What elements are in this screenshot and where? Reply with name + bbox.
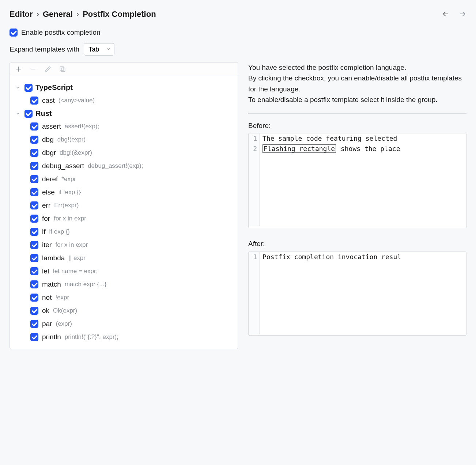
template-description: let name = expr;	[53, 268, 98, 275]
template-item-cast[interactable]: cast(<any>value)	[29, 94, 235, 107]
chevron-down-icon[interactable]	[14, 85, 22, 90]
template-checkbox[interactable]	[30, 201, 38, 209]
expand-templates-select[interactable]: Tab	[84, 43, 114, 56]
line-number: 1	[249, 133, 260, 144]
template-item-deref[interactable]: deref*expr	[29, 173, 235, 186]
template-description: (<any>value)	[58, 97, 95, 104]
template-item-err[interactable]: errErr(expr)	[29, 199, 235, 212]
template-description: println!("{:?}", expr);	[65, 333, 118, 341]
template-name: dbgr	[42, 149, 56, 157]
flashing-rectangle: Flashing rectangle	[262, 144, 336, 153]
line-number: 1	[249, 252, 260, 262]
info-line-2: By clicking the checkbox, you can enable…	[248, 73, 466, 94]
template-description: (expr)	[56, 320, 72, 328]
template-name: dbg	[42, 136, 54, 144]
remove-icon[interactable]	[30, 65, 37, 73]
template-item-par[interactable]: par(expr)	[29, 317, 235, 330]
template-name: debug_assert	[42, 162, 84, 170]
crumb-editor[interactable]: Editor	[10, 10, 33, 19]
nav-back-icon[interactable]	[442, 10, 450, 19]
template-checkbox[interactable]	[30, 149, 38, 157]
template-item-iter[interactable]: iterfor x in expr	[29, 238, 235, 252]
template-description: *expr	[61, 175, 76, 183]
code-line: Flashing rectangle shows the place	[260, 144, 400, 154]
template-checkbox[interactable]	[30, 162, 38, 170]
language-row-rust[interactable]: Rust	[13, 107, 235, 120]
template-description: || expr	[68, 254, 86, 262]
template-item-println[interactable]: printlnprintln!("{:?}", expr);	[29, 330, 235, 344]
template-description: !expr	[55, 294, 69, 301]
template-checkbox[interactable]	[30, 175, 38, 183]
language-row-typescript[interactable]: TypeScript	[13, 81, 235, 94]
template-checkbox[interactable]	[30, 333, 38, 341]
template-checkbox[interactable]	[30, 97, 38, 105]
info-line-3: To enable/disable a postfix template sel…	[248, 94, 466, 105]
template-checkbox[interactable]	[30, 294, 38, 302]
template-item-not[interactable]: not!expr	[29, 291, 235, 304]
template-name: par	[42, 320, 52, 328]
template-item-debug_assert[interactable]: debug_assertdebug_assert!(exp);	[29, 159, 235, 173]
template-description: dbg!(expr)	[57, 136, 86, 143]
template-checkbox[interactable]	[30, 228, 38, 236]
crumb-general[interactable]: General	[43, 10, 73, 19]
template-item-assert[interactable]: assertassert!(exp);	[29, 120, 235, 133]
chevron-right-icon: ›	[37, 10, 39, 19]
template-name: deref	[42, 175, 58, 183]
template-item-else[interactable]: elseif !exp {}	[29, 186, 235, 199]
divider	[248, 113, 466, 114]
template-checkbox[interactable]	[30, 241, 38, 249]
svg-rect-0	[61, 68, 65, 72]
template-tree-panel: TypeScriptcast(<any>value)Rustassertasse…	[10, 62, 238, 349]
template-checkbox[interactable]	[30, 280, 38, 288]
template-name: assert	[42, 122, 61, 131]
template-checkbox[interactable]	[30, 188, 38, 196]
chevron-down-icon[interactable]	[14, 111, 22, 116]
crumb-postfix: Postfix Completion	[83, 10, 156, 19]
template-description: debug_assert!(exp);	[88, 162, 143, 170]
after-label: After:	[248, 238, 466, 249]
template-item-dbgr[interactable]: dbgrdbg!(&expr)	[29, 146, 235, 159]
nav-forward-icon	[458, 10, 466, 19]
template-name: let	[42, 267, 49, 275]
template-checkbox[interactable]	[30, 267, 38, 275]
template-name: else	[42, 188, 55, 196]
edit-icon[interactable]	[44, 65, 52, 73]
language-checkbox[interactable]	[24, 84, 33, 92]
template-description: for x in expr	[54, 215, 86, 222]
template-item-dbg[interactable]: dbgdbg!(expr)	[29, 133, 235, 146]
template-name: cast	[42, 97, 55, 105]
template-item-for[interactable]: forfor x in expr	[29, 212, 235, 225]
before-label: Before:	[248, 120, 466, 131]
template-description: assert!(exp);	[65, 123, 99, 130]
template-checkbox[interactable]	[30, 136, 38, 144]
template-name: not	[42, 294, 52, 302]
svg-rect-1	[60, 67, 64, 70]
template-description: Err(expr)	[54, 202, 79, 209]
info-line-1: You have selected the postfix completion…	[248, 62, 466, 73]
add-icon[interactable]	[15, 65, 22, 73]
expand-templates-label: Expand templates with	[10, 45, 79, 53]
template-item-let[interactable]: letlet name = expr;	[29, 265, 235, 278]
template-name: ok	[42, 307, 49, 315]
chevron-right-icon: ›	[76, 10, 79, 19]
language-checkbox[interactable]	[24, 110, 33, 118]
code-line: The sample code featuring selected	[260, 133, 397, 144]
template-name: println	[42, 333, 61, 341]
template-checkbox[interactable]	[30, 320, 38, 328]
template-item-lambda[interactable]: lambda|| expr	[29, 252, 235, 265]
template-checkbox[interactable]	[30, 307, 38, 315]
breadcrumb: Editor › General › Postfix Completion	[10, 10, 156, 19]
template-checkbox[interactable]	[30, 122, 38, 131]
template-description: if exp {}	[49, 228, 70, 235]
copy-icon[interactable]	[59, 65, 66, 73]
template-checkbox[interactable]	[30, 254, 38, 262]
template-item-ok[interactable]: okOk(expr)	[29, 304, 235, 317]
enable-postfix-checkbox[interactable]	[10, 29, 18, 37]
template-name: iter	[42, 241, 52, 249]
template-name: if	[42, 228, 46, 236]
template-item-match[interactable]: matchmatch expr {...}	[29, 278, 235, 291]
template-item-if[interactable]: ifif exp {}	[29, 225, 235, 238]
template-description: if !exp {}	[58, 189, 81, 196]
template-checkbox[interactable]	[30, 215, 38, 223]
template-name: lambda	[42, 254, 65, 262]
